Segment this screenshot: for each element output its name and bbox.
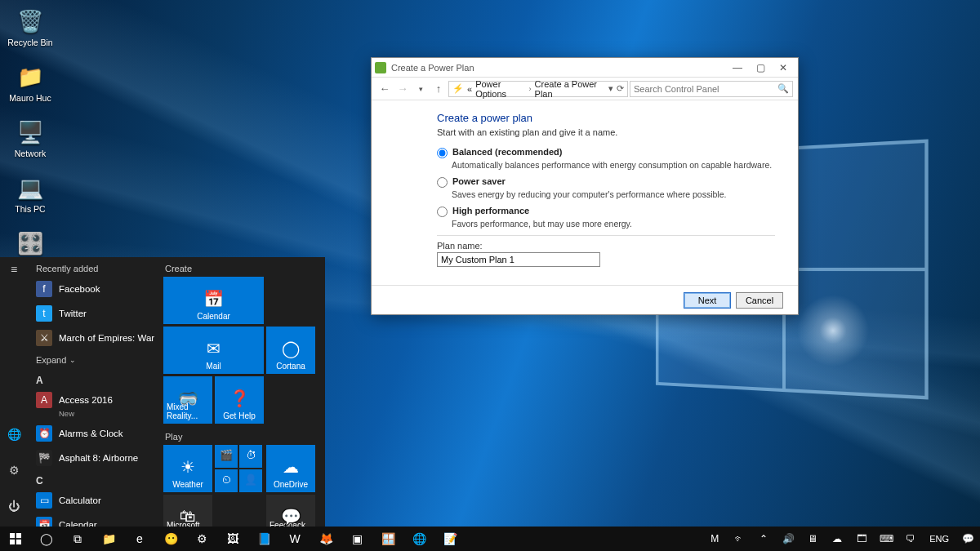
this-pc-icon: 💻 [16, 173, 45, 202]
tile-label: OneDrive [274, 480, 308, 489]
app-item[interactable]: ▭Calculator [29, 488, 157, 513]
power-icon[interactable]: ⏻ [0, 494, 28, 518]
hamburger-icon[interactable]: ≡ [0, 257, 28, 282]
breadcrumb-bar[interactable]: ⚡ « Power Options › Create a Power Plan … [448, 81, 628, 97]
search-input[interactable] [634, 84, 774, 94]
desktop-icon-recycle-bin[interactable]: 🗑️Recycle Bin [2, 2, 59, 57]
app-item[interactable]: tTwitter [29, 301, 157, 326]
app-item[interactable]: fFacebook [29, 277, 157, 301]
tile-mixed-reality-[interactable]: 🥽Mixed Reality... [163, 376, 212, 424]
desktop-icon-label: Recycle Bin [7, 38, 52, 47]
titlebar[interactable]: Create a Power Plan — ▢ ✕ [372, 58, 798, 78]
plan-name-input[interactable] [437, 252, 600, 267]
small-tile[interactable]: ⏱ [239, 445, 262, 468]
taskbar-pinned-9[interactable]: 🦊 [310, 527, 341, 551]
app-item[interactable]: ⚔March of Empires: War of Lords [29, 326, 157, 350]
plan-radio-powersaver[interactable] [437, 177, 448, 188]
tray-icon-3[interactable]: 🔊 [776, 527, 800, 551]
taskbar-pinned-8[interactable]: W [279, 527, 310, 551]
app-item[interactable]: 🏁Asphalt 8: Airborne [29, 446, 157, 470]
recent-locations-button[interactable]: ▾ [412, 81, 429, 97]
plan-radio-balanced[interactable] [437, 148, 448, 158]
taskbar-pinned-11[interactable]: 🪟 [372, 527, 403, 551]
tile-cortana[interactable]: ◯Cortana [266, 327, 315, 374]
plan-option-label[interactable]: High performance [437, 206, 775, 217]
taskbar-pinned-0[interactable]: ◯ [31, 527, 62, 551]
tile-icon: ⏲ [221, 473, 232, 486]
app-label: March of Empires: War of Lords [59, 333, 157, 343]
taskbar-pinned-12[interactable]: 🌐 [403, 527, 434, 551]
plan-option-balanced: Balanced (recommended) Automatically bal… [437, 147, 775, 170]
expand-button[interactable]: Expand⌄ [29, 350, 157, 370]
desktop-icon-this-pc[interactable]: 💻This PC [2, 168, 59, 224]
tile-group-header[interactable]: Play [163, 429, 320, 445]
taskbar-pinned-13[interactable]: 📝 [434, 527, 466, 551]
taskbar-language[interactable]: ENG [923, 527, 956, 551]
taskbar-pinned-2[interactable]: 📁 [93, 527, 124, 551]
tray-icon-5[interactable]: ☁ [825, 527, 849, 551]
letter-header-A[interactable]: A [29, 370, 157, 388]
tile-icon: ☀ [180, 457, 195, 477]
start-button[interactable] [0, 527, 31, 551]
tile-calendar[interactable]: 📅Calendar [163, 277, 264, 324]
taskbar-pinned-10[interactable]: ▣ [341, 527, 372, 551]
tray-icon-7[interactable]: ⌨ [874, 527, 898, 551]
tray-icon-2[interactable]: ⌃ [751, 527, 776, 551]
tile-icon: 🎬 [220, 449, 233, 461]
taskbar-pinned-7[interactable]: 📘 [248, 527, 279, 551]
refresh-button[interactable]: ⟳ [617, 83, 624, 94]
plan-option-label[interactable]: Balanced (recommended) [437, 147, 775, 158]
app-label: Twitter [59, 309, 87, 318]
taskbar-pinned-3[interactable]: e [124, 527, 155, 551]
forward-button[interactable]: → [394, 81, 411, 97]
app-item[interactable]: ⏰Alarms & Clock [29, 421, 157, 446]
app-item[interactable]: 📅Calendar [29, 513, 157, 527]
app-label: Alarms & Clock [59, 429, 123, 438]
minimize-button[interactable]: — [726, 59, 749, 77]
cancel-button[interactable]: Cancel [736, 292, 783, 309]
maximize-button[interactable]: ▢ [749, 59, 772, 77]
app-icon: ⏰ [36, 425, 52, 442]
settings-icon[interactable]: ⚙ [0, 458, 28, 482]
tray-icon-8[interactable]: 🗨 [898, 527, 923, 551]
tile-get-help[interactable]: ❓Get Help [215, 376, 264, 424]
tile-group-header[interactable]: Create [163, 260, 320, 277]
small-tile[interactable]: 🎬 [215, 445, 238, 468]
app-label: Facebook [59, 284, 100, 294]
small-tile[interactable]: 👤 [239, 469, 262, 492]
back-button[interactable]: ← [376, 81, 393, 97]
start-apps-list: Recently addedfFacebooktTwitter⚔March of… [28, 257, 158, 527]
plan-option-desc: Saves energy by reducing your computer's… [452, 189, 775, 199]
tray-icon-0[interactable]: M [702, 527, 727, 551]
close-button[interactable]: ✕ [772, 59, 795, 77]
plan-option-label[interactable]: Power saver [437, 176, 775, 188]
taskbar-pinned-1[interactable]: ⧉ [62, 527, 93, 551]
tile-mail[interactable]: ✉Mail [163, 327, 264, 374]
taskbar-pinned-4[interactable]: 😶 [155, 527, 186, 551]
up-button[interactable]: ↑ [430, 81, 447, 97]
search-icon[interactable]: 🔍 [777, 83, 789, 94]
letter-header-C[interactable]: C [29, 470, 157, 488]
small-tile[interactable]: ⏲ [215, 469, 238, 492]
tray-icon-6[interactable]: 🗔 [849, 527, 874, 551]
breadcrumb-dropdown[interactable]: ▾ [608, 83, 613, 94]
next-button[interactable]: Next [684, 292, 731, 309]
search-box[interactable]: 🔍 [630, 81, 793, 97]
taskbar-pinned-5[interactable]: ⚙ [186, 527, 217, 551]
plan-radio-highperf[interactable] [437, 207, 448, 217]
tile-icon: 💬 [281, 507, 301, 527]
tray-icon-4[interactable]: 🖥 [800, 527, 825, 551]
taskbar-pinned-6[interactable]: 🖼 [217, 527, 248, 551]
tile-onedrive[interactable]: ☁OneDrive [266, 445, 315, 492]
breadcrumb-parent[interactable]: Power Options [475, 79, 525, 99]
desktop-icon-network[interactable]: 🖥️Network [2, 113, 59, 168]
tile-weather[interactable]: ☀Weather [163, 445, 212, 492]
action-center-icon[interactable]: 💬 [956, 527, 980, 551]
tray-icon-1[interactable]: ᯤ [727, 527, 751, 551]
desktop-icon-user-folder[interactable]: 📁Mauro Huc [2, 57, 59, 113]
desktop-icon-label: This PC [15, 204, 45, 214]
plan-option-title: Balanced (recommended) [452, 147, 562, 157]
user-icon[interactable]: 🌐 [0, 422, 28, 447]
breadcrumb-current[interactable]: Create a Power Plan [535, 79, 605, 99]
control-panel-icon: 🎛️ [16, 229, 45, 258]
